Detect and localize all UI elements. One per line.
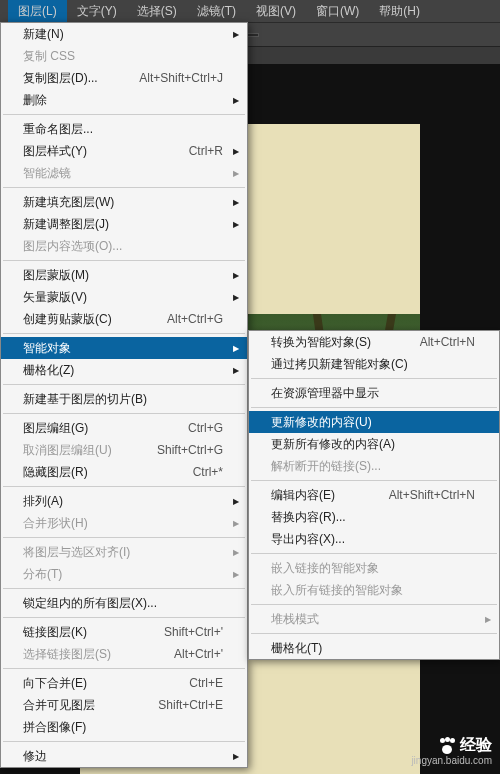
menu-3[interactable]: 滤镜(T) bbox=[187, 0, 246, 23]
smartobject-submenu: 转换为智能对象(S)Alt+Ctrl+N通过拷贝新建智能对象(C)在资源管理器中… bbox=[248, 330, 500, 660]
menu-item-label: 栅格化(T) bbox=[271, 640, 475, 657]
smartobject-item-13: 嵌入链接的智能对象 bbox=[249, 557, 499, 579]
menu-item-label: 选择链接图层(S) bbox=[23, 646, 174, 663]
menu-item-shortcut: Alt+Ctrl+N bbox=[420, 335, 475, 349]
menu-item-label: 导出内容(X)... bbox=[271, 531, 475, 548]
menu-item-label: 在资源管理器中显示 bbox=[271, 385, 475, 402]
layer-menu-item-9[interactable]: 新建填充图层(W) bbox=[1, 191, 247, 213]
separator bbox=[251, 604, 497, 605]
separator bbox=[251, 633, 497, 634]
layer-menu-item-6[interactable]: 图层样式(Y)Ctrl+R bbox=[1, 140, 247, 162]
menu-item-label: 堆栈模式 bbox=[271, 611, 475, 628]
menu-item-shortcut: Alt+Shift+Ctrl+J bbox=[139, 71, 223, 85]
menu-item-label: 解析断开的链接(S)... bbox=[271, 458, 475, 475]
separator bbox=[3, 384, 245, 385]
smartobject-item-16: 堆栈模式 bbox=[249, 608, 499, 630]
layer-menu-item-22[interactable]: 图层编组(G)Ctrl+G bbox=[1, 417, 247, 439]
layer-menu-item-32[interactable]: 锁定组内的所有图层(X)... bbox=[1, 592, 247, 614]
watermark: 经验 jingyan.baidu.com bbox=[411, 735, 492, 766]
watermark-url: jingyan.baidu.com bbox=[411, 755, 492, 766]
menu-0[interactable]: 图层(L) bbox=[8, 0, 67, 23]
menu-item-label: 重命名图层... bbox=[23, 121, 223, 138]
menu-item-label: 编辑内容(E) bbox=[271, 487, 389, 504]
menu-5[interactable]: 窗口(W) bbox=[306, 0, 369, 23]
menu-4[interactable]: 视图(V) bbox=[246, 0, 306, 23]
layer-menu-item-24[interactable]: 隐藏图层(R)Ctrl+* bbox=[1, 461, 247, 483]
layer-menu-item-5[interactable]: 重命名图层... bbox=[1, 118, 247, 140]
separator bbox=[3, 588, 245, 589]
smartobject-item-18[interactable]: 栅格化(T) bbox=[249, 637, 499, 659]
menu-item-label: 拼合图像(F) bbox=[23, 719, 223, 736]
layer-menu-item-26[interactable]: 排列(A) bbox=[1, 490, 247, 512]
menu-1[interactable]: 文字(Y) bbox=[67, 0, 127, 23]
smartobject-item-5[interactable]: 更新修改的内容(U) bbox=[249, 411, 499, 433]
menu-item-label: 复制图层(D)... bbox=[23, 70, 139, 87]
menu-item-label: 将图层与选区对齐(I) bbox=[23, 544, 223, 561]
layer-menu-item-13[interactable]: 图层蒙版(M) bbox=[1, 264, 247, 286]
menu-item-shortcut: Shift+Ctrl+G bbox=[157, 443, 223, 457]
layer-menu-item-41[interactable]: 修边 bbox=[1, 745, 247, 767]
menu-item-label: 通过拷贝新建智能对象(C) bbox=[271, 356, 475, 373]
layer-menu-item-18[interactable]: 栅格化(Z) bbox=[1, 359, 247, 381]
layer-menu-item-1: 复制 CSS bbox=[1, 45, 247, 67]
layer-menu-item-34[interactable]: 链接图层(K)Shift+Ctrl+' bbox=[1, 621, 247, 643]
menu-item-label: 创建剪贴蒙版(C) bbox=[23, 311, 167, 328]
layer-menu-item-0[interactable]: 新建(N) bbox=[1, 23, 247, 45]
smartobject-item-1[interactable]: 通过拷贝新建智能对象(C) bbox=[249, 353, 499, 375]
smartobject-item-14: 嵌入所有链接的智能对象 bbox=[249, 579, 499, 601]
separator bbox=[251, 480, 497, 481]
smartobject-item-10[interactable]: 替换内容(R)... bbox=[249, 506, 499, 528]
menu-item-label: 新建(N) bbox=[23, 26, 223, 43]
menu-item-label: 更新修改的内容(U) bbox=[271, 414, 475, 431]
layer-menu-item-23: 取消图层编组(U)Shift+Ctrl+G bbox=[1, 439, 247, 461]
menu-item-label: 图层蒙版(M) bbox=[23, 267, 223, 284]
menu-item-label: 新建填充图层(W) bbox=[23, 194, 223, 211]
menu-item-label: 链接图层(K) bbox=[23, 624, 164, 641]
menu-item-label: 转换为智能对象(S) bbox=[271, 334, 420, 351]
smartobject-item-9[interactable]: 编辑内容(E)Alt+Shift+Ctrl+N bbox=[249, 484, 499, 506]
separator bbox=[3, 537, 245, 538]
layer-menu-item-15[interactable]: 创建剪贴蒙版(C)Alt+Ctrl+G bbox=[1, 308, 247, 330]
layer-menu-item-11: 图层内容选项(O)... bbox=[1, 235, 247, 257]
separator bbox=[3, 260, 245, 261]
menu-item-label: 取消图层编组(U) bbox=[23, 442, 157, 459]
separator bbox=[3, 486, 245, 487]
menu-item-label: 嵌入链接的智能对象 bbox=[271, 560, 475, 577]
menu-item-label: 排列(A) bbox=[23, 493, 223, 510]
layer-menu-item-10[interactable]: 新建调整图层(J) bbox=[1, 213, 247, 235]
menu-item-label: 新建调整图层(J) bbox=[23, 216, 223, 233]
separator bbox=[251, 378, 497, 379]
layer-menu: 新建(N)复制 CSS复制图层(D)...Alt+Shift+Ctrl+J删除重… bbox=[0, 22, 248, 768]
smartobject-item-0[interactable]: 转换为智能对象(S)Alt+Ctrl+N bbox=[249, 331, 499, 353]
layer-menu-item-17[interactable]: 智能对象 bbox=[1, 337, 247, 359]
layer-menu-item-39[interactable]: 拼合图像(F) bbox=[1, 716, 247, 738]
layer-menu-item-29: 将图层与选区对齐(I) bbox=[1, 541, 247, 563]
layer-menu-item-3[interactable]: 删除 bbox=[1, 89, 247, 111]
layer-menu-item-14[interactable]: 矢量蒙版(V) bbox=[1, 286, 247, 308]
smartobject-item-6[interactable]: 更新所有修改的内容(A) bbox=[249, 433, 499, 455]
menu-item-shortcut: Alt+Ctrl+G bbox=[167, 312, 223, 326]
menu-item-label: 分布(T) bbox=[23, 566, 223, 583]
menu-item-label: 合并可见图层 bbox=[23, 697, 158, 714]
menu-2[interactable]: 选择(S) bbox=[127, 0, 187, 23]
menu-item-label: 智能滤镜 bbox=[23, 165, 223, 182]
smartobject-item-3[interactable]: 在资源管理器中显示 bbox=[249, 382, 499, 404]
menu-item-shortcut: Alt+Shift+Ctrl+N bbox=[389, 488, 475, 502]
paw-icon bbox=[438, 738, 456, 754]
layer-menu-item-38[interactable]: 合并可见图层Shift+Ctrl+E bbox=[1, 694, 247, 716]
separator bbox=[251, 407, 497, 408]
layer-menu-item-37[interactable]: 向下合并(E)Ctrl+E bbox=[1, 672, 247, 694]
separator bbox=[3, 413, 245, 414]
menu-item-label: 矢量蒙版(V) bbox=[23, 289, 223, 306]
smartobject-item-11[interactable]: 导出内容(X)... bbox=[249, 528, 499, 550]
layer-menu-item-2[interactable]: 复制图层(D)...Alt+Shift+Ctrl+J bbox=[1, 67, 247, 89]
menu-6[interactable]: 帮助(H) bbox=[369, 0, 430, 23]
watermark-title: 经验 bbox=[460, 735, 492, 756]
menubar: 图层(L)文字(Y)选择(S)滤镜(T)视图(V)窗口(W)帮助(H) bbox=[0, 0, 500, 22]
layer-menu-item-20[interactable]: 新建基于图层的切片(B) bbox=[1, 388, 247, 410]
separator bbox=[3, 741, 245, 742]
menu-item-label: 智能对象 bbox=[23, 340, 223, 357]
menu-item-label: 栅格化(Z) bbox=[23, 362, 223, 379]
menu-item-label: 嵌入所有链接的智能对象 bbox=[271, 582, 475, 599]
separator bbox=[3, 333, 245, 334]
